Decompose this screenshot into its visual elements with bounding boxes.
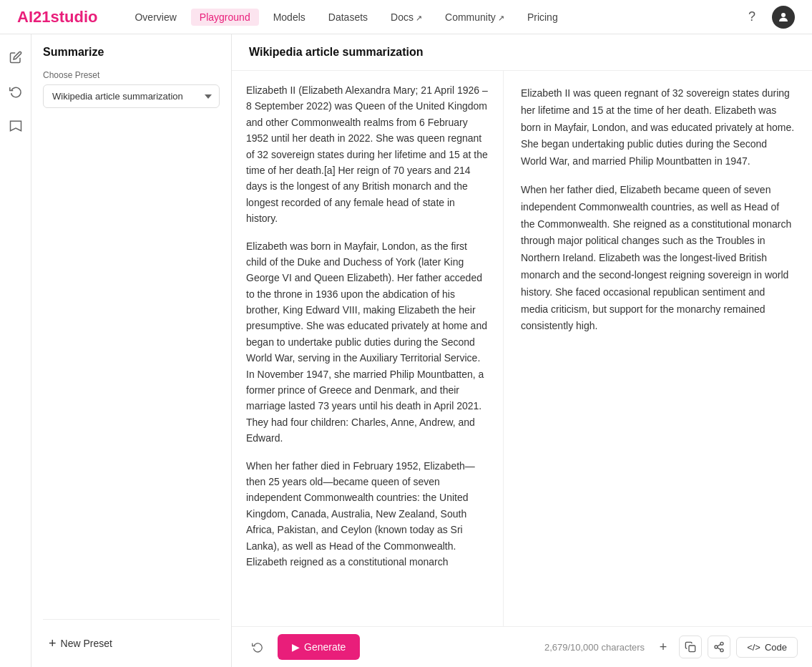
nav-pricing[interactable]: Pricing [519,9,567,26]
code-icon: </> [747,642,760,653]
svg-point-4 [720,649,723,652]
sidebar-icons [0,34,31,667]
help-icon[interactable]: ? [740,6,763,29]
share-button[interactable] [708,636,730,658]
avatar[interactable] [772,6,795,29]
svg-point-2 [720,642,723,645]
content-title: Wikipedia article summarization [249,46,795,59]
code-button[interactable]: </> Code [736,637,798,658]
svg-line-6 [718,644,721,646]
nav-community[interactable]: Community [436,9,513,26]
add-button[interactable]: + [653,637,673,657]
copy-button[interactable] [679,636,702,658]
nav-models[interactable]: Models [265,9,314,26]
left-panel-title: Summarize [43,46,220,59]
bottom-icons: + </> Code [653,636,798,658]
choose-preset-label: Choose Preset [43,70,220,80]
play-icon: ▶ [292,641,300,653]
logo-ai21: AI21 [17,8,50,26]
header: AI21studio Overview Playground Models Da… [0,0,812,34]
logo[interactable]: AI21studio [17,8,97,26]
content-header: Wikipedia article summarization [232,34,812,71]
left-panel-bottom: + New Preset [43,619,220,656]
char-count: 2,679/10,000 characters [544,642,645,653]
left-panel: Summarize Choose Preset Wikipedia articl… [31,34,232,667]
logo-studio: studio [50,8,97,26]
code-label: Code [765,642,787,653]
nav-right: ? [740,6,795,29]
output-area: Elizabeth II was queen regnant of 32 sov… [504,71,812,626]
refresh-button[interactable] [246,636,269,658]
generate-label: Generate [304,641,346,653]
content-area: Wikipedia article summarization Elizabet… [232,34,812,667]
new-preset-label: New Preset [61,638,112,649]
svg-point-0 [781,13,786,17]
nav-playground[interactable]: Playground [191,9,259,26]
text-input-area: Elizabeth II (Elizabeth Alexandra Mary; … [232,71,504,626]
input-text-scrollable[interactable]: Elizabeth II (Elizabeth Alexandra Mary; … [232,71,503,626]
input-paragraph-3: When her father died in February 1952, E… [246,458,489,570]
input-paragraph-2: Elizabeth was born in Mayfair, London, a… [246,238,489,447]
history-icon[interactable] [4,80,27,103]
bookmark-icon[interactable] [4,115,27,137]
nav-docs[interactable]: Docs [382,9,431,26]
edit-icon[interactable] [4,46,27,69]
output-paragraph-1: Elizabeth II was queen regnant of 32 sov… [521,85,795,170]
new-preset-button[interactable]: + New Preset [43,631,220,656]
svg-point-3 [715,646,718,648]
output-paragraph-2: When her father died, Elizabeth became q… [521,182,795,335]
logo-text: AI21studio [17,8,97,26]
svg-rect-1 [689,646,695,652]
nav-overview[interactable]: Overview [126,9,185,26]
preset-select[interactable]: Wikipedia article summarization [43,84,220,108]
bottom-bar: ▶ Generate 2,679/10,000 characters + </>… [232,626,812,667]
generate-button[interactable]: ▶ Generate [278,634,360,660]
main-container: Summarize Choose Preset Wikipedia articl… [0,0,812,667]
input-paragraph-1: Elizabeth II (Elizabeth Alexandra Mary; … [246,82,489,227]
plus-icon: + [49,637,57,650]
two-col-layout: Elizabeth II (Elizabeth Alexandra Mary; … [232,71,812,626]
main-nav: Overview Playground Models Datasets Docs… [126,9,740,26]
svg-line-5 [718,648,721,650]
nav-datasets[interactable]: Datasets [320,9,376,26]
